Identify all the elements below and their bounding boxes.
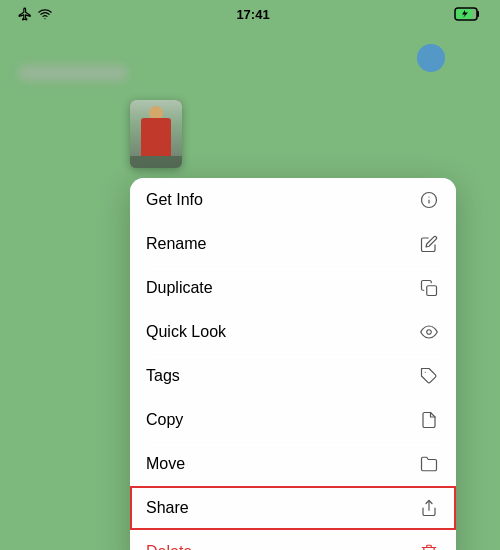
status-left [18,7,52,21]
menu-item-label-move: Move [146,455,185,473]
pencil-icon [418,233,440,255]
copy-icon [418,409,440,431]
status-bar: 17:41 [0,0,500,28]
menu-item-tags[interactable]: Tags [130,354,456,398]
menu-item-label-rename: Rename [146,235,206,253]
wifi-icon [38,7,52,21]
info-icon [418,189,440,211]
menu-item-get-info[interactable]: Get Info [130,178,456,222]
menu-item-label-copy: Copy [146,411,183,429]
blue-dot [417,44,445,72]
menu-item-label-delete: Delete [146,543,192,550]
menu-item-label-share: Share [146,499,189,517]
context-menu: Get InfoRenameDuplicateQuick LookTagsCop… [130,178,456,550]
svg-rect-6 [427,286,437,296]
tag-icon [418,365,440,387]
menu-item-copy[interactable]: Copy [130,398,456,442]
blurred-header [0,28,500,118]
folder-icon [418,453,440,475]
file-thumbnail [130,100,182,168]
svg-point-7 [427,330,432,335]
menu-item-rename[interactable]: Rename [130,222,456,266]
menu-item-label-tags: Tags [146,367,180,385]
airplane-icon [18,7,32,21]
menu-item-label-get-info: Get Info [146,191,203,209]
menu-item-move[interactable]: Move [130,442,456,486]
menu-item-delete[interactable]: Delete [130,530,456,550]
menu-item-label-duplicate: Duplicate [146,279,213,297]
battery-icon [454,7,482,21]
status-time: 17:41 [236,7,269,22]
eye-icon [418,321,440,343]
menu-item-label-quick-look: Quick Look [146,323,226,341]
share-icon [418,497,440,519]
menu-item-quick-look[interactable]: Quick Look [130,310,456,354]
trash-icon [418,541,440,550]
status-right [454,7,482,21]
duplicate-icon [418,277,440,299]
menu-item-duplicate[interactable]: Duplicate [130,266,456,310]
menu-item-share[interactable]: Share [130,486,456,530]
blurred-title [18,65,128,81]
